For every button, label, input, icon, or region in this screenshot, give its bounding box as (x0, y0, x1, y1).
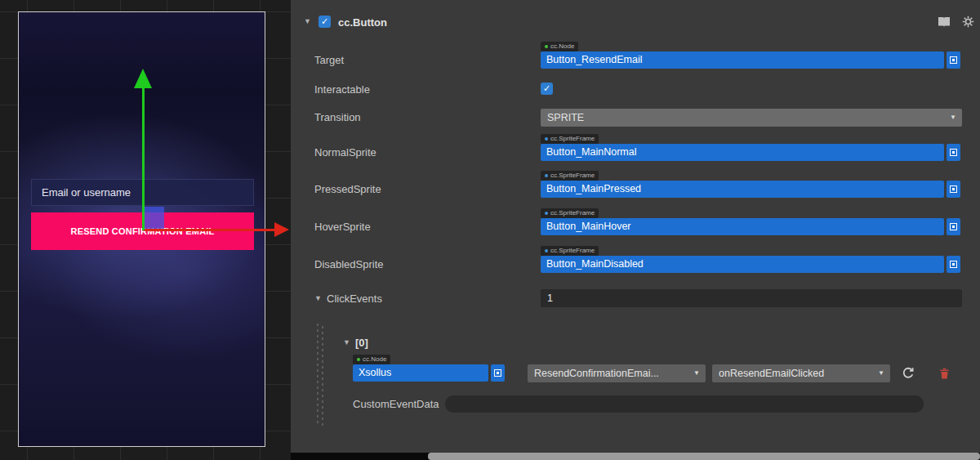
normalsprite-picker-icon[interactable] (947, 144, 960, 161)
event0-node-picker-icon[interactable] (491, 364, 505, 382)
component-enabled-checkbox[interactable]: ✓ (318, 16, 331, 28)
node-type-dot (545, 45, 548, 48)
target-label: Target (314, 54, 344, 66)
gizmo-x-arrow-icon[interactable] (274, 222, 289, 237)
customeventdata-field[interactable] (445, 395, 924, 413)
event0-handler-dropdown[interactable]: onResendEmailClicked ▼ (712, 364, 890, 382)
type-badge-node: cc.Node (541, 42, 578, 51)
target-node-field[interactable]: Button_ResendEmail (541, 51, 944, 69)
hoversprite-field[interactable]: Button_MainHover (541, 218, 944, 235)
interactable-checkbox[interactable]: ✓ (541, 83, 553, 95)
spriteframe-type-dot (545, 137, 548, 141)
interactable-label: Interactable (314, 83, 370, 96)
clickevents-fold-icon[interactable]: ▼ (314, 294, 322, 302)
clickevents-label: ClickEvents (327, 293, 382, 305)
disabledsprite-picker-icon[interactable] (947, 256, 960, 273)
delete-event-icon[interactable] (939, 368, 950, 382)
pressedsprite-field[interactable]: Button_MainPressed (541, 181, 944, 198)
pressedsprite-picker-icon[interactable] (947, 181, 960, 198)
scene-viewport[interactable]: Email or username RESEND CONFIRMATION EM… (0, 0, 291, 460)
normalsprite-field[interactable]: Button_MainNormal (541, 144, 944, 161)
type-badge-spriteframe: cc.SpriteFrame (541, 134, 599, 144)
type-badge-spriteframe: cc.SpriteFrame (541, 171, 599, 181)
chevron-down-icon: ▼ (950, 109, 956, 127)
transition-label: Transition (314, 111, 361, 123)
type-badge-spriteframe: cc.SpriteFrame (541, 246, 599, 256)
clickevents-count-field[interactable]: 1 (541, 289, 962, 307)
docs-icon[interactable] (938, 16, 951, 31)
target-node-picker-icon[interactable] (947, 51, 960, 69)
disabledsprite-field[interactable]: Button_MainDisabled (541, 256, 944, 273)
chevron-down-icon: ▼ (878, 364, 884, 382)
spriteframe-type-dot (545, 174, 548, 177)
gizmo-plane-handle[interactable] (145, 207, 164, 229)
event0-node-field[interactable]: Xsollus (353, 364, 488, 382)
normalsprite-label: NormalSprite (314, 146, 376, 159)
event0-index-label: [0] (355, 337, 368, 349)
spriteframe-type-dot (545, 212, 548, 215)
inspector-panel: ▼ ✓ cc.Button Target cc.Node Button_Rese… (291, 0, 980, 460)
hoversprite-label: HoverSprite (314, 221, 371, 233)
refresh-icon[interactable] (902, 367, 915, 383)
customeventdata-label: CustomEventData (353, 398, 439, 410)
type-badge-spriteframe: cc.SpriteFrame (541, 208, 599, 218)
editor-window: Email or username RESEND CONFIRMATION EM… (0, 0, 980, 460)
pressedsprite-label: PressedSprite (314, 183, 381, 195)
gizmo-y-arrow-icon[interactable] (134, 69, 152, 88)
node-type-dot (357, 358, 360, 361)
event-block-drag-handle[interactable] (317, 324, 323, 427)
chevron-down-icon: ▼ (693, 364, 700, 382)
transition-dropdown[interactable]: SPRITE ▼ (541, 109, 962, 127)
component-title: cc.Button (338, 16, 387, 29)
hoversprite-picker-icon[interactable] (947, 218, 960, 235)
event0-fold-icon[interactable]: ▼ (343, 338, 350, 346)
type-badge-node: cc.Node (353, 355, 390, 364)
gear-icon[interactable] (962, 16, 974, 31)
horizontal-scrollbar-thumb[interactable] (428, 453, 980, 460)
spriteframe-type-dot (545, 249, 548, 252)
gizmo-x-axis[interactable] (145, 229, 275, 231)
event0-component-dropdown[interactable]: ResendConfirmationEmai... ▼ (528, 364, 706, 382)
component-fold-icon[interactable]: ▼ (304, 17, 311, 25)
disabledsprite-label: DisabledSprite (314, 258, 384, 270)
